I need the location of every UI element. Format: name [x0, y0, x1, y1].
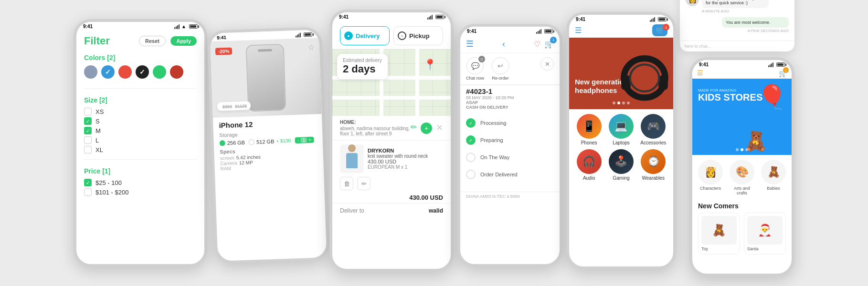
road-v2	[415, 49, 419, 116]
status-bar-6: 9:41	[692, 60, 792, 68]
category-phones[interactable]: 📱 Phones	[575, 114, 603, 145]
time-3: 9:41	[339, 14, 349, 20]
swatch-blue-check[interactable]: ✓	[101, 65, 115, 79]
cb-s[interactable]: ✓	[84, 117, 92, 125]
cb-xs[interactable]	[84, 108, 92, 115]
order-actions: 💬 0 Chat now ↩ Re-order ✕	[460, 53, 560, 85]
phone-filter: 9:41 ▲ Filter Reset Apply	[74, 19, 207, 267]
kids-banner-text: MADE FOR AMAZING KIDS STORES	[698, 88, 762, 102]
reorder-action[interactable]: ↩ Re-order	[492, 57, 509, 81]
step-circle-3	[466, 153, 476, 162]
scene: 9:41 ▲ Filter Reset Apply	[0, 0, 868, 286]
radio-256	[220, 140, 225, 146]
wishlist-icon[interactable]: ☆	[308, 42, 315, 51]
swatch-green[interactable]	[153, 65, 166, 79]
reorder-icon: ↩	[492, 57, 509, 74]
size-title: Size [2]	[84, 96, 197, 104]
battery-5	[658, 17, 667, 21]
heart-icon[interactable]: ♡	[534, 40, 540, 49]
colors-section: Colors [2] ✓ ✓	[76, 50, 204, 84]
edit-icon[interactable]: ✏	[357, 177, 370, 190]
babies-icon: 🧸	[761, 160, 786, 184]
radio-512	[249, 139, 254, 145]
tab-pickup[interactable]: ○ Pickup	[393, 26, 443, 45]
swatch-blue[interactable]	[84, 65, 97, 79]
filter-title: Filter	[84, 35, 110, 47]
kids-cat-arts[interactable]: 🎨 Arts and crafts	[729, 160, 755, 195]
category-audio[interactable]: 🎧 Audio	[575, 149, 603, 181]
chat-time-1: A MINUTE AGO	[702, 9, 769, 13]
wifi-icon-1: ▲	[181, 24, 186, 29]
kids-cat-babies[interactable]: 🧸 Babies	[761, 160, 786, 195]
product-name: iPhone 12	[219, 118, 316, 129]
signal-5	[650, 17, 655, 22]
kids-cart-icon[interactable]: 🛒 1	[779, 69, 787, 78]
kids-menu-icon[interactable]: ☰	[697, 69, 703, 78]
cb-l[interactable]	[84, 136, 92, 144]
size-s: ✓ S	[84, 117, 197, 125]
new-comer-1[interactable]: 🧸 Toy	[698, 213, 740, 255]
cb-price-2[interactable]	[84, 188, 92, 196]
cb-m[interactable]: ✓	[84, 127, 92, 134]
step-circle-2: ✓	[466, 135, 476, 145]
item-brand: DRYKORN	[368, 148, 443, 153]
size-section: Size [2] XS ✓ S ✓ M L	[76, 92, 204, 155]
kids-banner: MADE FOR AMAZING KIDS STORES 🎈 🧸	[692, 79, 792, 155]
dot-1	[613, 102, 615, 104]
address-label: HOME:	[340, 120, 411, 125]
category-wearables[interactable]: ⌚ Wearables	[639, 149, 667, 181]
shop-menu-icon[interactable]: ☰	[575, 26, 582, 35]
delete-icon[interactable]: 🗑	[340, 177, 353, 190]
qty-stepper[interactable]: - 1 +	[295, 137, 314, 143]
shop-cart-icon[interactable]: 🛒 1	[652, 26, 667, 35]
tab-delivery[interactable]: ● Delivery	[340, 26, 390, 45]
chat-action[interactable]: 💬 0 Chat now	[466, 57, 484, 81]
cb-xl[interactable]	[84, 146, 92, 153]
status-bar-1: 9:41 ▲	[76, 22, 204, 30]
step-preparing: ✓ Preparing	[466, 135, 554, 145]
new-comers-title: New Comers	[692, 200, 792, 213]
kids-banner-dots	[736, 148, 748, 151]
battery-icon-1	[189, 24, 198, 29]
chat-input[interactable]: here to chat...	[680, 41, 794, 51]
order-meta: #4023-1 05 MAY 2020 - 10:20 PM ASAP CASH…	[460, 85, 560, 113]
kids-cat-characters[interactable]: 👸 Characters	[698, 160, 723, 195]
phone-kids: 9:41 ☰ 🛒 1	[689, 57, 794, 276]
category-gaming[interactable]: 🕹️ Gaming	[607, 149, 635, 181]
swatch-black-check[interactable]: ✓	[136, 65, 149, 79]
wearables-icon: ⌚	[641, 149, 666, 174]
add-address-icon[interactable]: +	[421, 123, 432, 134]
order-date: 05 MAY 2020 - 10:20 PM	[466, 95, 554, 100]
delivery-label: Estimated delivery	[343, 58, 382, 63]
storage-256[interactable]: 256 GB	[220, 139, 245, 146]
storage-options: 256 GB 512 GB + $100 - 1 +	[220, 136, 317, 146]
swatch-darkred[interactable]	[170, 65, 183, 79]
back-icon[interactable]: ‹	[502, 39, 505, 49]
edit-address-icon[interactable]: ✏	[411, 123, 417, 134]
road-h2	[332, 96, 451, 100]
order-icons: 🗑 ✏	[332, 177, 451, 192]
size-xs: XS	[84, 108, 197, 115]
price-101-200: $101 - $200	[84, 188, 197, 196]
phone-tracking: 9:41 ☰ ‹ ♡ 🛒 1	[457, 24, 562, 267]
cb-price-1[interactable]: ✓	[84, 179, 92, 186]
close-address-icon[interactable]: ✕	[436, 123, 443, 134]
filter-reset-button[interactable]: Reset	[139, 36, 166, 46]
delivery-tabs: ● Delivery ○ Pickup	[332, 20, 451, 49]
menu-icon[interactable]: ☰	[466, 39, 474, 49]
close-order-icon[interactable]: ✕	[540, 57, 554, 81]
step-processing: ✓ Processing	[466, 118, 554, 128]
banner-dots	[613, 102, 630, 104]
size-options: XS ✓ S ✓ M L XL	[84, 108, 197, 153]
swatch-red[interactable]	[118, 65, 132, 79]
person-body	[346, 153, 358, 168]
price-section: Price [1] ✓ $25 - 100 $101 - $200	[76, 163, 204, 198]
new-comers-items: 🧸 Toy 🎅 Santa	[692, 213, 792, 255]
order-id: #4023-1	[466, 87, 554, 95]
new-comer-2[interactable]: 🎅 Santa	[744, 213, 786, 255]
category-laptops[interactable]: 💻 Laptops	[607, 114, 635, 145]
storage-512[interactable]: 512 GB + $100 - 1 +	[249, 137, 314, 145]
cart-icon[interactable]: 🛒 1	[544, 40, 554, 49]
category-accessories[interactable]: 🎮 Accessories	[639, 114, 667, 145]
filter-apply-button[interactable]: Apply	[170, 36, 197, 46]
